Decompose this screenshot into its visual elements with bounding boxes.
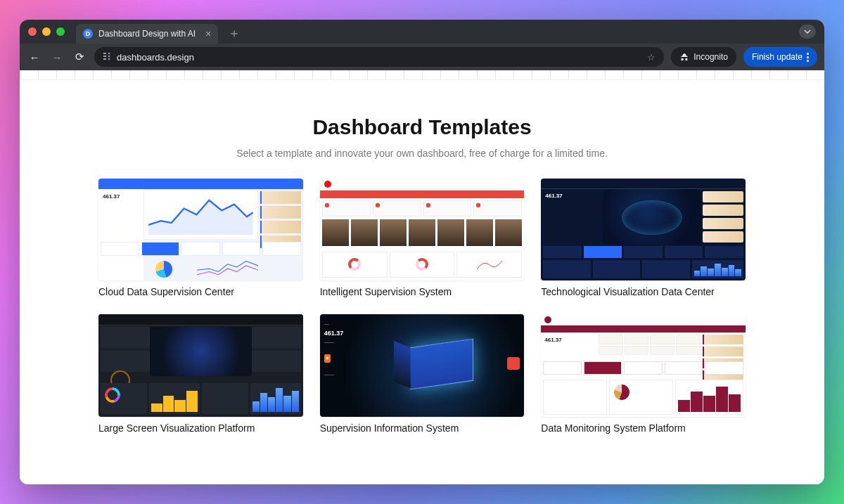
browser-toolbar: ← → ⟳ dashboards.design ☆ Incognito Fini… <box>20 44 824 70</box>
close-tab-icon[interactable]: × <box>205 28 211 39</box>
template-thumbnail <box>320 179 525 280</box>
tab-favicon: D <box>83 29 93 39</box>
template-title: Cloud Data Supervision Center <box>98 286 303 297</box>
kebab-menu-icon <box>807 53 809 62</box>
incognito-label: Incognito <box>693 52 728 62</box>
sample-kpi: 461.37 <box>103 193 120 200</box>
finish-update-label: Finish update <box>752 52 803 62</box>
thumb-overlay-text: — 461.37 —— ■ —— <box>324 320 344 378</box>
window-dropdown-button[interactable] <box>799 25 816 39</box>
page-content: Dashboard Templates Select a template an… <box>20 80 824 484</box>
browser-tab[interactable]: D Dashboard Design with AI × <box>76 24 218 44</box>
template-card[interactable]: 461.37 Cloud Data Supervisio <box>98 179 303 297</box>
forward-button[interactable]: → <box>49 51 65 63</box>
template-title: Supervision Information System <box>320 422 525 434</box>
template-thumbnail: 47,368.29 <box>98 314 303 416</box>
svg-point-3 <box>108 52 110 54</box>
svg-rect-0 <box>103 53 106 54</box>
page-subtitle: Select a template and innovate your own … <box>62 148 782 159</box>
template-card[interactable]: 47,368.29 Large Screen Visualization Pla… <box>98 314 303 433</box>
template-title: Technological Visualization Data Center <box>541 286 746 297</box>
template-title: Data Monitoring System Platform <box>541 422 746 434</box>
back-button[interactable]: ← <box>27 51 42 63</box>
svg-rect-1 <box>103 56 106 57</box>
template-thumbnail: 461.37 <box>541 314 746 416</box>
template-title: Large Screen Visualization Platform <box>98 422 303 434</box>
svg-point-5 <box>108 58 110 60</box>
ruler-decoration <box>20 70 824 80</box>
minimize-window-button[interactable] <box>42 27 51 36</box>
svg-rect-2 <box>103 58 106 60</box>
template-thumbnail: 461.37 <box>541 179 746 280</box>
finish-update-button[interactable]: Finish update <box>743 47 817 67</box>
titlebar: D Dashboard Design with AI × ＋ <box>20 20 824 44</box>
new-tab-button[interactable]: ＋ <box>228 25 241 41</box>
site-settings-icon[interactable] <box>103 52 111 63</box>
url-text: dashboards.design <box>117 52 194 63</box>
bookmark-star-icon[interactable]: ☆ <box>647 52 656 63</box>
template-title: Intelligent Supervision System <box>320 286 525 297</box>
template-card[interactable]: 461.37 Data Monitoring System Platform <box>541 314 746 433</box>
incognito-indicator[interactable]: Incognito <box>671 47 736 67</box>
incognito-icon <box>679 52 689 62</box>
svg-point-4 <box>108 55 110 57</box>
template-card[interactable]: 461.37 Technological Visualization Data … <box>541 179 746 297</box>
template-card[interactable]: Intelligent Supervision System <box>320 179 525 297</box>
chevron-down-icon <box>804 28 811 35</box>
template-card[interactable]: — 461.37 —— ■ —— Supervision Information… <box>320 314 525 433</box>
sample-kpi: 461.37 <box>545 193 562 199</box>
tab-title: Dashboard Design with AI <box>98 29 196 39</box>
template-thumbnail: 461.37 <box>98 179 303 280</box>
template-grid: 461.37 Cloud Data Supervisio <box>98 179 746 434</box>
close-window-button[interactable] <box>28 27 37 36</box>
window-controls <box>28 27 65 36</box>
reload-button[interactable]: ⟳ <box>72 51 87 63</box>
sample-kpi: 461.37 <box>544 337 561 343</box>
template-thumbnail: — 461.37 —— ■ —— <box>320 314 525 416</box>
page-heading: Dashboard Templates <box>62 115 782 139</box>
address-bar[interactable]: dashboards.design ☆ <box>94 47 664 67</box>
fullscreen-window-button[interactable] <box>56 27 65 36</box>
browser-window: D Dashboard Design with AI × ＋ ← → ⟳ das… <box>20 20 824 484</box>
